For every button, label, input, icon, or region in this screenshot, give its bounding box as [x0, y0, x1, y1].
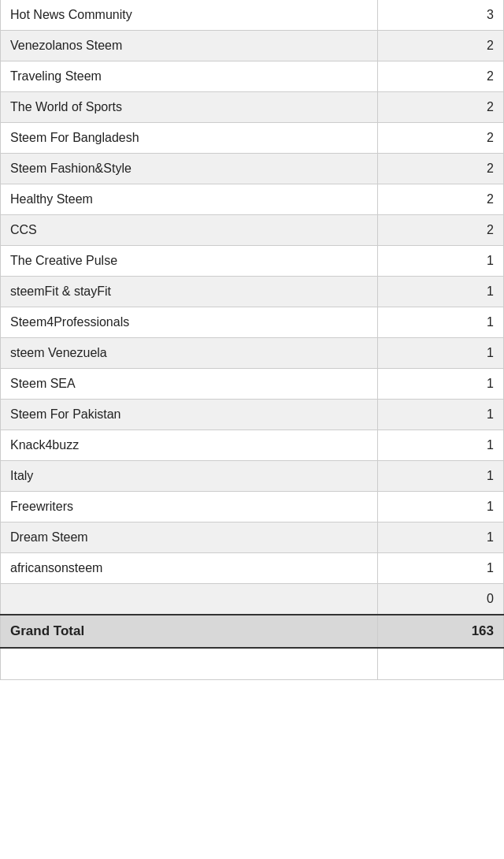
count-cell: 1 — [378, 553, 504, 584]
count-cell: 2 — [378, 123, 504, 154]
count-cell: 2 — [378, 184, 504, 215]
count-cell: 1 — [378, 369, 504, 400]
count-cell: 1 — [378, 522, 504, 553]
grand-total-value: 163 — [378, 615, 504, 648]
table-row: Venezolanos Steem2 — [1, 31, 504, 61]
data-table: Hot News Community3Venezolanos Steem2Tra… — [0, 0, 504, 680]
community-name-cell: Healthy Steem — [1, 184, 378, 215]
table-row: Traveling Steem2 — [1, 61, 504, 92]
empty-row — [1, 648, 504, 679]
community-name-cell: Dream Steem — [1, 522, 378, 553]
count-cell: 1 — [378, 277, 504, 307]
count-cell: 1 — [378, 307, 504, 338]
community-name-cell — [1, 584, 378, 615]
count-cell: 1 — [378, 338, 504, 369]
table-row: africansonsteem1 — [1, 553, 504, 584]
table-row: Steem For Bangladesh2 — [1, 123, 504, 154]
table-row: steemFit & stayFit1 — [1, 277, 504, 307]
table-row: Healthy Steem2 — [1, 184, 504, 215]
community-name-cell: Traveling Steem — [1, 61, 378, 92]
community-name-cell: The Creative Pulse — [1, 246, 378, 277]
community-name-cell: steemFit & stayFit — [1, 277, 378, 307]
table-row: Italy1 — [1, 461, 504, 492]
count-cell: 2 — [378, 31, 504, 61]
community-name-cell: Steem Fashion&Style — [1, 154, 378, 184]
count-cell: 1 — [378, 492, 504, 522]
grand-total-label: Grand Total — [1, 615, 378, 648]
community-name-cell: Steem4Professionals — [1, 307, 378, 338]
community-name-cell: Steem For Bangladesh — [1, 123, 378, 154]
table-row: 0 — [1, 584, 504, 615]
empty-cell-2 — [378, 648, 504, 679]
count-cell: 1 — [378, 400, 504, 430]
empty-cell-1 — [1, 648, 378, 679]
count-cell: 0 — [378, 584, 504, 615]
main-table-container: Hot News Community3Venezolanos Steem2Tra… — [0, 0, 504, 680]
community-name-cell: Steem SEA — [1, 369, 378, 400]
table-row: Hot News Community3 — [1, 0, 504, 31]
community-name-cell: Venezolanos Steem — [1, 31, 378, 61]
table-row: Steem4Professionals1 — [1, 307, 504, 338]
count-cell: 1 — [378, 246, 504, 277]
community-name-cell: Italy — [1, 461, 378, 492]
count-cell: 2 — [378, 154, 504, 184]
community-name-cell: steem Venezuela — [1, 338, 378, 369]
count-cell: 2 — [378, 92, 504, 123]
table-row: CCS2 — [1, 215, 504, 246]
table-row: steem Venezuela1 — [1, 338, 504, 369]
community-name-cell: The World of Sports — [1, 92, 378, 123]
table-row: Knack4buzz1 — [1, 430, 504, 461]
table-row: Steem For Pakistan1 — [1, 400, 504, 430]
count-cell: 1 — [378, 430, 504, 461]
count-cell: 2 — [378, 215, 504, 246]
community-name-cell: Knack4buzz — [1, 430, 378, 461]
community-name-cell: Steem For Pakistan — [1, 400, 378, 430]
table-row: Dream Steem1 — [1, 522, 504, 553]
community-name-cell: africansonsteem — [1, 553, 378, 584]
table-row: Freewriters1 — [1, 492, 504, 522]
grand-total-row: Grand Total163 — [1, 615, 504, 648]
count-cell: 1 — [378, 461, 504, 492]
count-cell: 3 — [378, 0, 504, 31]
community-name-cell: Hot News Community — [1, 0, 378, 31]
table-row: Steem Fashion&Style2 — [1, 154, 504, 184]
table-row: Steem SEA1 — [1, 369, 504, 400]
community-name-cell: Freewriters — [1, 492, 378, 522]
table-row: The World of Sports2 — [1, 92, 504, 123]
community-name-cell: CCS — [1, 215, 378, 246]
table-row: The Creative Pulse1 — [1, 246, 504, 277]
count-cell: 2 — [378, 61, 504, 92]
